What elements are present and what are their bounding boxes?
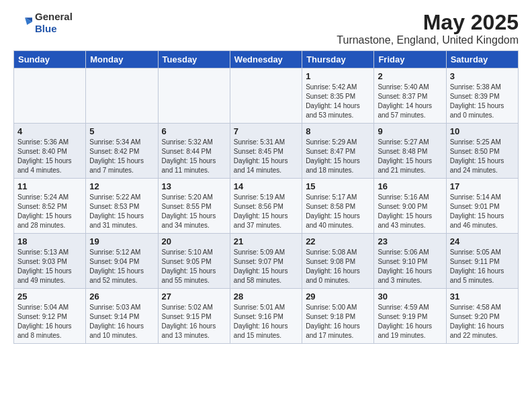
calendar-cell: 24Sunrise: 5:05 AM Sunset: 9:11 PM Dayli… [446, 234, 518, 289]
day-number: 2 [378, 71, 442, 81]
calendar-cell: 26Sunrise: 5:03 AM Sunset: 9:14 PM Dayli… [86, 289, 158, 344]
weekday-header-friday: Friday [374, 51, 446, 68]
calendar-cell: 20Sunrise: 5:10 AM Sunset: 9:05 PM Dayli… [158, 234, 230, 289]
cell-content: Sunrise: 4:58 AM Sunset: 9:20 PM Dayligh… [450, 303, 515, 340]
calendar-cell: 30Sunrise: 4:59 AM Sunset: 9:19 PM Dayli… [374, 289, 446, 344]
day-number: 6 [162, 126, 226, 136]
calendar-cell: 12Sunrise: 5:22 AM Sunset: 8:53 PM Dayli… [86, 179, 158, 234]
calendar-cell: 10Sunrise: 5:25 AM Sunset: 8:50 PM Dayli… [446, 124, 518, 179]
cell-content: Sunrise: 5:42 AM Sunset: 8:35 PM Dayligh… [306, 83, 370, 120]
cell-content: Sunrise: 5:03 AM Sunset: 9:14 PM Dayligh… [89, 303, 154, 340]
logo: General Blue [13, 11, 73, 35]
cell-content: Sunrise: 5:06 AM Sunset: 9:10 PM Dayligh… [378, 248, 442, 285]
day-number: 21 [234, 236, 298, 246]
cell-content: Sunrise: 5:38 AM Sunset: 8:39 PM Dayligh… [450, 83, 515, 120]
cell-content: Sunrise: 5:14 AM Sunset: 9:01 PM Dayligh… [450, 193, 515, 230]
day-number: 1 [306, 71, 370, 81]
calendar-cell: 11Sunrise: 5:24 AM Sunset: 8:52 PM Dayli… [14, 179, 86, 234]
day-number: 4 [17, 126, 82, 136]
calendar-cell: 31Sunrise: 4:58 AM Sunset: 9:20 PM Dayli… [446, 289, 518, 344]
cell-content: Sunrise: 5:17 AM Sunset: 8:58 PM Dayligh… [306, 193, 370, 230]
calendar-cell: 21Sunrise: 5:09 AM Sunset: 9:07 PM Dayli… [230, 234, 302, 289]
day-number: 24 [450, 236, 515, 246]
calendar-cell [158, 68, 230, 124]
calendar-cell: 16Sunrise: 5:16 AM Sunset: 9:00 PM Dayli… [374, 179, 446, 234]
cell-content: Sunrise: 5:29 AM Sunset: 8:47 PM Dayligh… [306, 138, 370, 175]
calendar-cell: 9Sunrise: 5:27 AM Sunset: 8:48 PM Daylig… [374, 124, 446, 179]
day-number: 13 [162, 181, 226, 191]
calendar-cell: 22Sunrise: 5:08 AM Sunset: 9:08 PM Dayli… [302, 234, 374, 289]
weekday-header-thursday: Thursday [302, 51, 374, 68]
cell-content: Sunrise: 5:13 AM Sunset: 9:03 PM Dayligh… [17, 248, 82, 285]
calendar-cell: 2Sunrise: 5:40 AM Sunset: 8:37 PM Daylig… [374, 68, 446, 124]
day-number: 20 [162, 236, 226, 246]
day-number: 18 [17, 236, 82, 246]
page: General Blue May 2025 Turnastone, Englan… [0, 0, 532, 355]
day-number: 16 [378, 181, 442, 191]
title-block: May 2025 Turnastone, England, United Kin… [337, 11, 519, 46]
day-number: 11 [17, 181, 82, 191]
day-number: 29 [306, 291, 370, 302]
logo-text: General Blue [35, 11, 73, 35]
day-number: 31 [450, 291, 515, 302]
weekday-header-row: SundayMondayTuesdayWednesdayThursdayFrid… [14, 51, 519, 68]
cell-content: Sunrise: 5:10 AM Sunset: 9:05 PM Dayligh… [162, 248, 226, 285]
calendar-cell: 23Sunrise: 5:06 AM Sunset: 9:10 PM Dayli… [374, 234, 446, 289]
logo-blue: Blue [35, 23, 57, 34]
day-number: 8 [306, 126, 370, 136]
calendar-cell: 19Sunrise: 5:12 AM Sunset: 9:04 PM Dayli… [86, 234, 158, 289]
cell-content: Sunrise: 5:31 AM Sunset: 8:45 PM Dayligh… [234, 138, 298, 175]
location: Turnastone, England, United Kingdom [337, 34, 519, 46]
day-number: 25 [17, 291, 82, 302]
day-number: 10 [450, 126, 515, 136]
calendar-cell: 18Sunrise: 5:13 AM Sunset: 9:03 PM Dayli… [14, 234, 86, 289]
calendar-cell: 27Sunrise: 5:02 AM Sunset: 9:15 PM Dayli… [158, 289, 230, 344]
cell-content: Sunrise: 5:32 AM Sunset: 8:44 PM Dayligh… [162, 138, 226, 175]
calendar-cell: 3Sunrise: 5:38 AM Sunset: 8:39 PM Daylig… [446, 68, 518, 124]
logo-icon [13, 13, 32, 32]
cell-content: Sunrise: 5:05 AM Sunset: 9:11 PM Dayligh… [450, 248, 515, 285]
cell-content: Sunrise: 5:40 AM Sunset: 8:37 PM Dayligh… [378, 83, 442, 120]
cell-content: Sunrise: 4:59 AM Sunset: 9:19 PM Dayligh… [378, 303, 442, 340]
day-number: 19 [89, 236, 154, 246]
day-number: 9 [378, 126, 442, 136]
calendar-cell: 4Sunrise: 5:36 AM Sunset: 8:40 PM Daylig… [14, 124, 86, 179]
calendar-cell: 29Sunrise: 5:00 AM Sunset: 9:18 PM Dayli… [302, 289, 374, 344]
weekday-header-monday: Monday [86, 51, 158, 68]
cell-content: Sunrise: 5:09 AM Sunset: 9:07 PM Dayligh… [234, 248, 298, 285]
calendar-cell [86, 68, 158, 124]
cell-content: Sunrise: 5:02 AM Sunset: 9:15 PM Dayligh… [162, 303, 226, 340]
cell-content: Sunrise: 5:24 AM Sunset: 8:52 PM Dayligh… [17, 193, 82, 230]
month-year: May 2025 [337, 11, 519, 34]
calendar-cell: 6Sunrise: 5:32 AM Sunset: 8:44 PM Daylig… [158, 124, 230, 179]
day-number: 27 [162, 291, 226, 302]
day-number: 5 [89, 126, 154, 136]
cell-content: Sunrise: 5:20 AM Sunset: 8:55 PM Dayligh… [162, 193, 226, 230]
cell-content: Sunrise: 5:00 AM Sunset: 9:18 PM Dayligh… [306, 303, 370, 340]
weekday-header-saturday: Saturday [446, 51, 518, 68]
day-number: 17 [450, 181, 515, 191]
calendar-cell: 1Sunrise: 5:42 AM Sunset: 8:35 PM Daylig… [302, 68, 374, 124]
weekday-header-tuesday: Tuesday [158, 51, 230, 68]
day-number: 15 [306, 181, 370, 191]
week-row-3: 11Sunrise: 5:24 AM Sunset: 8:52 PM Dayli… [14, 179, 519, 234]
calendar-cell [230, 68, 302, 124]
day-number: 30 [378, 291, 442, 302]
weekday-header-sunday: Sunday [14, 51, 86, 68]
day-number: 22 [306, 236, 370, 246]
cell-content: Sunrise: 5:16 AM Sunset: 9:00 PM Dayligh… [378, 193, 442, 230]
calendar-cell [14, 68, 86, 124]
calendar-cell: 28Sunrise: 5:01 AM Sunset: 9:16 PM Dayli… [230, 289, 302, 344]
calendar-cell: 17Sunrise: 5:14 AM Sunset: 9:01 PM Dayli… [446, 179, 518, 234]
cell-content: Sunrise: 5:12 AM Sunset: 9:04 PM Dayligh… [89, 248, 154, 285]
day-number: 12 [89, 181, 154, 191]
cell-content: Sunrise: 5:36 AM Sunset: 8:40 PM Dayligh… [17, 138, 82, 175]
cell-content: Sunrise: 5:25 AM Sunset: 8:50 PM Dayligh… [450, 138, 515, 175]
header: General Blue May 2025 Turnastone, Englan… [13, 11, 519, 46]
day-number: 14 [234, 181, 298, 191]
calendar-table: SundayMondayTuesdayWednesdayThursdayFrid… [13, 50, 519, 344]
calendar-cell: 5Sunrise: 5:34 AM Sunset: 8:42 PM Daylig… [86, 124, 158, 179]
weekday-header-wednesday: Wednesday [230, 51, 302, 68]
cell-content: Sunrise: 5:08 AM Sunset: 9:08 PM Dayligh… [306, 248, 370, 285]
calendar-cell: 25Sunrise: 5:04 AM Sunset: 9:12 PM Dayli… [14, 289, 86, 344]
